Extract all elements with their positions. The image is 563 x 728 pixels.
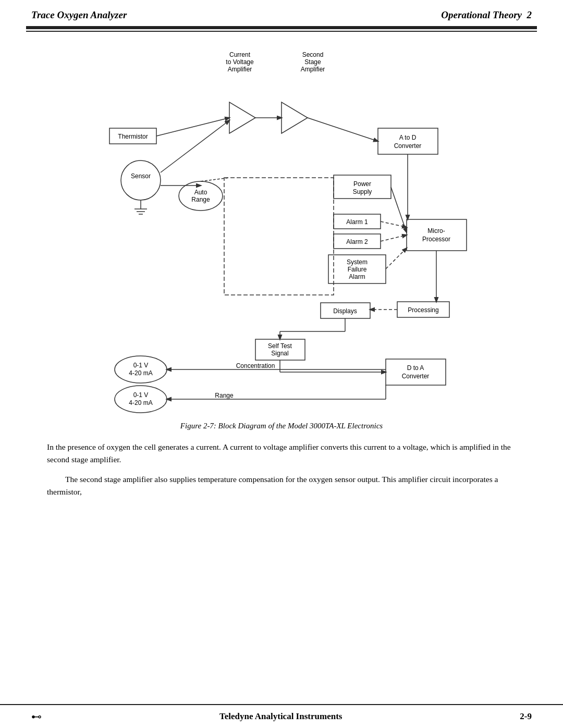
- svg-text:Failure: Failure: [348, 266, 367, 273]
- svg-text:Signal: Signal: [271, 350, 288, 357]
- svg-line-57: [308, 118, 378, 141]
- svg-text:4-20 mA: 4-20 mA: [129, 399, 152, 406]
- svg-marker-18: [282, 102, 308, 133]
- svg-text:D to A: D to A: [407, 364, 424, 372]
- svg-text:Auto: Auto: [194, 189, 207, 196]
- footer-logo-left: ⊷: [31, 710, 42, 723]
- svg-text:to Voltage: to Voltage: [226, 58, 254, 66]
- body-text: In the presence of oxygen the cell gener…: [47, 441, 516, 505]
- svg-text:Concentration: Concentration: [236, 362, 275, 369]
- svg-text:Thermistor: Thermistor: [118, 133, 148, 140]
- svg-point-8: [121, 161, 161, 200]
- svg-rect-47: [386, 359, 446, 385]
- svg-text:Self Test: Self Test: [268, 342, 292, 350]
- svg-text:System: System: [347, 258, 368, 266]
- svg-text:Stage: Stage: [304, 58, 321, 66]
- page: Trace Oxygen Analyzer Operational Theory…: [0, 0, 563, 728]
- svg-text:Range: Range: [191, 196, 210, 203]
- svg-rect-19: [378, 128, 438, 154]
- svg-line-66: [201, 178, 229, 181]
- svg-text:Displays: Displays: [333, 307, 357, 315]
- svg-text:Amplifier: Amplifier: [228, 66, 252, 73]
- svg-marker-17: [229, 102, 255, 133]
- header-rule: [26, 26, 537, 29]
- diagram-container: Current to Voltage Amplifier Second Stag…: [78, 47, 485, 412]
- footer-company: Teledyne Analytical Instruments: [219, 711, 342, 722]
- svg-text:Power: Power: [353, 180, 371, 188]
- svg-text:Current: Current: [229, 51, 251, 58]
- svg-line-54: [156, 118, 229, 136]
- svg-line-60: [381, 221, 407, 227]
- svg-line-55: [161, 120, 229, 172]
- svg-text:Alarm: Alarm: [349, 273, 365, 280]
- svg-text:Micro-: Micro-: [427, 227, 445, 235]
- svg-text:Second: Second: [302, 51, 324, 58]
- svg-rect-65: [224, 178, 334, 295]
- svg-text:Processor: Processor: [422, 236, 450, 243]
- header-left-title: Trace Oxygen Analyzer: [31, 9, 127, 21]
- footer-page-number: 2-9: [520, 711, 532, 722]
- svg-text:Alarm 1: Alarm 1: [346, 218, 368, 226]
- svg-text:Supply: Supply: [353, 188, 372, 195]
- svg-text:Converter: Converter: [394, 142, 422, 150]
- figure-caption: Figure 2-7: Block Diagram of the Model 3…: [26, 422, 537, 430]
- svg-text:Range: Range: [215, 392, 234, 399]
- paragraph-1: In the presence of oxygen the cell gener…: [47, 441, 516, 466]
- svg-text:0-1 V: 0-1 V: [133, 362, 149, 369]
- svg-text:Amplifier: Amplifier: [301, 66, 325, 73]
- svg-line-62: [386, 248, 407, 269]
- svg-text:Converter: Converter: [402, 373, 430, 380]
- header-right-title: Operational Theory 2: [441, 9, 532, 21]
- svg-text:A to D: A to D: [399, 134, 417, 141]
- paragraph-2: The second stage amplifier also supplies…: [47, 473, 516, 498]
- svg-text:4-20 mA: 4-20 mA: [129, 369, 152, 377]
- block-diagram: Current to Voltage Amplifier Second Stag…: [78, 47, 485, 412]
- svg-line-61: [381, 235, 407, 241]
- svg-rect-33: [407, 219, 467, 251]
- footer: ⊷ Teledyne Analytical Instruments 2-9: [0, 704, 563, 728]
- svg-text:0-1 V: 0-1 V: [133, 391, 149, 399]
- footer-inner: ⊷ Teledyne Analytical Instruments 2-9: [31, 710, 532, 723]
- svg-text:Processing: Processing: [408, 306, 438, 314]
- header-rule-thin: [26, 31, 537, 32]
- svg-text:Sensor: Sensor: [131, 172, 151, 180]
- header: Trace Oxygen Analyzer Operational Theory…: [0, 0, 563, 26]
- svg-text:Alarm 2: Alarm 2: [346, 238, 368, 245]
